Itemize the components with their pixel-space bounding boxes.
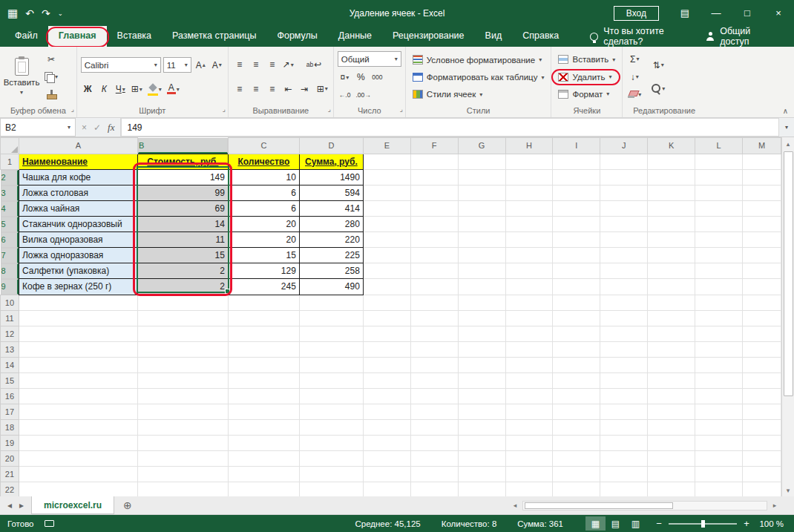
prev-sheet-button[interactable]: ◂ xyxy=(7,500,12,510)
cell-I7[interactable] xyxy=(553,248,600,263)
cell-A16[interactable] xyxy=(19,388,137,404)
vertical-scrollbar[interactable]: ▴ ▾ xyxy=(781,137,794,496)
align-right-button[interactable]: ≡ xyxy=(265,82,279,96)
cell-M11[interactable] xyxy=(742,310,781,326)
cell-A19[interactable] xyxy=(19,435,137,450)
cell-C11[interactable] xyxy=(228,310,299,326)
cell-I13[interactable] xyxy=(553,341,600,357)
cell-C3[interactable]: 6 xyxy=(228,185,299,201)
cell-D9[interactable]: 490 xyxy=(299,279,363,295)
font-dialog-launcher[interactable]: ⌟ xyxy=(223,103,226,115)
cell-B5[interactable]: 14 xyxy=(137,217,228,232)
comma-style-button[interactable]: 000 xyxy=(370,70,384,85)
cell-H8[interactable] xyxy=(505,263,553,279)
cell-B6[interactable]: 11 xyxy=(137,232,228,248)
cell-H15[interactable] xyxy=(505,372,553,388)
cell-F18[interactable] xyxy=(410,419,458,435)
cell-F11[interactable] xyxy=(410,310,458,326)
cell-L5[interactable] xyxy=(695,217,743,232)
ribbon-tab-file[interactable]: Файл xyxy=(4,26,48,47)
cell-A21[interactable] xyxy=(19,466,137,482)
cell-B8[interactable]: 2 xyxy=(137,263,228,279)
cell-L12[interactable] xyxy=(695,326,743,341)
cell-L19[interactable] xyxy=(695,435,743,450)
cell-I10[interactable] xyxy=(553,295,600,310)
cell-I15[interactable] xyxy=(553,372,600,388)
cell-E17[interactable] xyxy=(363,404,410,419)
cell-B13[interactable] xyxy=(137,341,228,357)
grow-font-button[interactable]: А▴ xyxy=(194,58,208,73)
cell-A11[interactable] xyxy=(19,310,137,326)
alignment-dialog-launcher[interactable]: ⌟ xyxy=(328,103,331,115)
row-header-2[interactable]: 2 xyxy=(1,170,19,185)
cell-C9[interactable]: 245 xyxy=(228,279,299,295)
cell-J8[interactable] xyxy=(600,263,648,279)
cell-G11[interactable] xyxy=(458,310,505,326)
cell-J6[interactable] xyxy=(600,232,648,248)
ribbon-tab-layout[interactable]: Разметка страницы xyxy=(162,26,266,47)
cell-I21[interactable] xyxy=(553,466,600,482)
cell-H4[interactable] xyxy=(505,201,553,217)
cell-E11[interactable] xyxy=(363,310,410,326)
cell-K11[interactable] xyxy=(648,310,695,326)
cell-G1[interactable] xyxy=(458,154,505,169)
cell-D10[interactable] xyxy=(299,295,363,310)
zoom-in-button[interactable]: + xyxy=(742,518,751,529)
minimize-button[interactable]: — xyxy=(701,0,732,26)
cell-J10[interactable] xyxy=(600,295,648,310)
expand-formula-bar-button[interactable]: ▾ xyxy=(779,118,794,137)
cell-E4[interactable] xyxy=(363,201,410,217)
cell-E7[interactable] xyxy=(363,248,410,263)
scroll-right-button[interactable]: ▸ xyxy=(769,502,781,509)
sheet-tab-microexcel[interactable]: microexcel.ru xyxy=(31,496,114,514)
cell-A14[interactable] xyxy=(19,357,137,372)
cell-D21[interactable] xyxy=(299,466,363,482)
cell-D11[interactable] xyxy=(299,310,363,326)
cell-E3[interactable] xyxy=(363,185,410,201)
cell-A4[interactable]: Ложка чайная xyxy=(19,201,137,217)
cell-F15[interactable] xyxy=(410,372,458,388)
cell-H14[interactable] xyxy=(505,357,553,372)
sign-in-button[interactable]: Вход xyxy=(614,6,659,21)
cell-H10[interactable] xyxy=(505,295,553,310)
cell-F20[interactable] xyxy=(410,450,458,466)
row-header-7[interactable]: 7 xyxy=(1,248,19,263)
cell-H3[interactable] xyxy=(505,185,553,201)
cell-D2[interactable]: 1490 xyxy=(299,169,363,185)
cell-E19[interactable] xyxy=(363,435,410,450)
row-header-3[interactable]: 3 xyxy=(1,185,19,201)
cell-J11[interactable] xyxy=(600,310,648,326)
cell-B19[interactable] xyxy=(137,435,228,450)
find-select-button[interactable]: ▾ xyxy=(650,81,666,96)
share-button[interactable]: Общий доступ xyxy=(706,26,794,47)
maximize-button[interactable]: □ xyxy=(732,0,763,26)
cell-D22[interactable] xyxy=(299,482,363,496)
orientation-button[interactable]: ↗▾ xyxy=(281,57,295,72)
zoom-level-label[interactable]: 100 % xyxy=(758,519,794,528)
cell-A3[interactable]: Ложка столовая xyxy=(19,185,137,201)
cell-K21[interactable] xyxy=(648,466,695,482)
cell-G20[interactable] xyxy=(458,450,505,466)
cell-F8[interactable] xyxy=(410,263,458,279)
cell-F21[interactable] xyxy=(410,466,458,482)
font-color-button[interactable]: А▾ xyxy=(165,82,181,96)
cell-B17[interactable] xyxy=(137,404,228,419)
cell-G22[interactable] xyxy=(458,482,505,496)
sort-filter-button[interactable]: ⇅▾ xyxy=(650,58,666,73)
cell-F3[interactable] xyxy=(410,185,458,201)
cell-M17[interactable] xyxy=(742,404,781,419)
autosum-button[interactable]: Σ▾ xyxy=(626,52,643,67)
cell-C1[interactable]: Количество xyxy=(228,154,299,169)
cell-G10[interactable] xyxy=(458,295,505,310)
delete-cells-button[interactable]: Удалить ▾ xyxy=(555,71,618,83)
cell-M20[interactable] xyxy=(742,450,781,466)
cell-I20[interactable] xyxy=(553,450,600,466)
cell-J12[interactable] xyxy=(600,326,648,341)
insert-function-button[interactable]: fx xyxy=(108,122,114,134)
cell-J9[interactable] xyxy=(600,279,648,295)
cell-A6[interactable]: Вилка одноразовая xyxy=(19,232,137,248)
cell-C5[interactable]: 20 xyxy=(228,217,299,232)
merge-center-button[interactable]: ⊞▾ xyxy=(315,82,329,96)
cell-H20[interactable] xyxy=(505,450,553,466)
cell-A20[interactable] xyxy=(19,450,137,466)
